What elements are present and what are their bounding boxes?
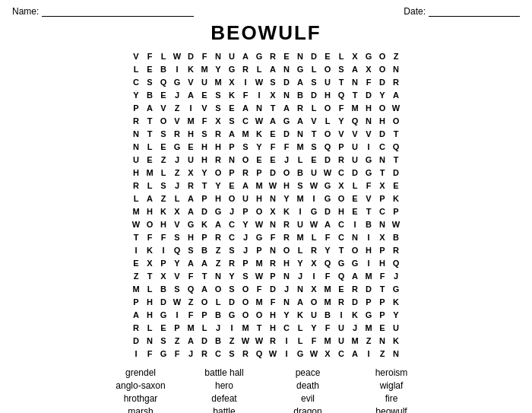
grid-cell: R [266, 334, 280, 347]
grid-cell: O [280, 243, 293, 256]
word-hrothgar: hrothgar [124, 393, 158, 404]
grid-cell: R [211, 127, 225, 140]
grid-cell: W [321, 166, 334, 179]
grid-cell: Y [225, 269, 239, 282]
grid-cell: Q [348, 114, 362, 127]
grid-cell: S [157, 334, 170, 347]
grid-cell: O [375, 101, 389, 114]
grid-cell: E [225, 101, 239, 114]
grid-cell: U [334, 334, 348, 347]
grid-cell: H [280, 179, 293, 192]
word-list: grendel anglo-saxon hrothgar marsh battl… [0, 367, 532, 413]
grid-cell: V [362, 192, 375, 205]
grid-cell: U [184, 153, 198, 166]
grid-cell: Q [389, 140, 403, 153]
grid-cell: Q [334, 269, 348, 282]
grid-cell: F [266, 295, 280, 308]
grid-cell: F [143, 49, 157, 62]
grid-cell: N [389, 62, 403, 75]
grid-cell: X [170, 205, 184, 218]
grid-cell: B [211, 334, 225, 347]
grid-cell: E [334, 282, 348, 295]
grid-cell: P [198, 230, 211, 243]
word-marsh: marsh [128, 406, 153, 413]
grid-cell: Q [389, 256, 403, 269]
grid-cell: R [239, 166, 252, 179]
grid-cell: Y [211, 179, 225, 192]
grid-cell: Z [170, 334, 184, 347]
grid-cell: B [143, 88, 157, 101]
grid-cell: H [375, 256, 389, 269]
grid-cell: V [170, 114, 184, 127]
grid-cell: J [170, 88, 184, 101]
grid-cell: D [280, 127, 293, 140]
grid-cell: O [157, 114, 170, 127]
grid-cell: H [129, 166, 143, 179]
grid-cell: F [321, 230, 334, 243]
grid-cell: S [225, 347, 239, 360]
grid-cell: J [280, 282, 293, 295]
grid-cell: T [348, 88, 362, 101]
grid-cell: M [129, 205, 143, 218]
grid-cell: R [307, 243, 321, 256]
grid-cell: L [307, 230, 321, 243]
grid-cell: L [293, 334, 307, 347]
grid-cell: O [239, 153, 252, 166]
grid-cell: A [280, 101, 293, 114]
grid-cell: H [211, 140, 225, 153]
grid-cell: H [198, 140, 211, 153]
grid-cell: I [307, 269, 321, 282]
grid-cell: L [143, 140, 157, 153]
grid-cell: A [184, 334, 198, 347]
grid-cell: Y [293, 256, 307, 269]
grid-cell: M [293, 192, 307, 205]
grid-cell: W [266, 179, 280, 192]
grid-cell: Y [375, 88, 389, 101]
grid-cell: S [157, 179, 170, 192]
grid-cell: W [389, 101, 403, 114]
grid-cell: U [348, 140, 362, 153]
grid-cell: T [252, 321, 266, 334]
grid-cell: K [280, 205, 293, 218]
grid-cell: H [184, 127, 198, 140]
grid-cell: O [239, 295, 252, 308]
grid-cell: M [211, 75, 225, 88]
grid-cell: H [143, 295, 157, 308]
grid-cell: U [225, 49, 239, 62]
grid-cell: G [252, 230, 266, 243]
grid-cell: P [170, 321, 184, 334]
grid-cell: Z [129, 269, 143, 282]
grid-cell: F [143, 347, 157, 360]
grid-cell: V [334, 127, 348, 140]
grid-cell: X [307, 282, 321, 295]
grid-cell: Z [211, 243, 225, 256]
grid-cell: S [211, 101, 225, 114]
grid-cell: A [184, 256, 198, 269]
grid-cell: W [266, 347, 280, 360]
grid-cell: E [143, 62, 157, 75]
grid-cell: Z [389, 49, 403, 62]
grid-cell: J [211, 321, 225, 334]
grid-cell: C [225, 218, 239, 230]
grid-cell: N [348, 75, 362, 88]
word-col-4: heroism wiglaf fire beowulf [350, 367, 433, 413]
grid-cell: V [307, 114, 321, 127]
grid-cell: F [198, 49, 211, 62]
grid-cell: M [348, 334, 362, 347]
grid-cell: X [348, 49, 362, 62]
grid-cell: A [293, 295, 307, 308]
grid-cell: V [348, 127, 362, 140]
grid-cell: S [143, 75, 157, 88]
grid-cell: I [252, 88, 266, 101]
grid-cell: U [307, 308, 321, 321]
grid-cell: O [239, 308, 252, 321]
grid-cell: L [307, 101, 321, 114]
grid-cell: F [143, 230, 157, 243]
grid-cell: D [307, 49, 321, 62]
grid-cell: P [266, 269, 280, 282]
grid-cell: S [211, 88, 225, 101]
grid-cell: B [321, 308, 334, 321]
grid-cell: M [293, 140, 307, 153]
grid-cell: A [293, 114, 307, 127]
grid-cell: S [157, 127, 170, 140]
